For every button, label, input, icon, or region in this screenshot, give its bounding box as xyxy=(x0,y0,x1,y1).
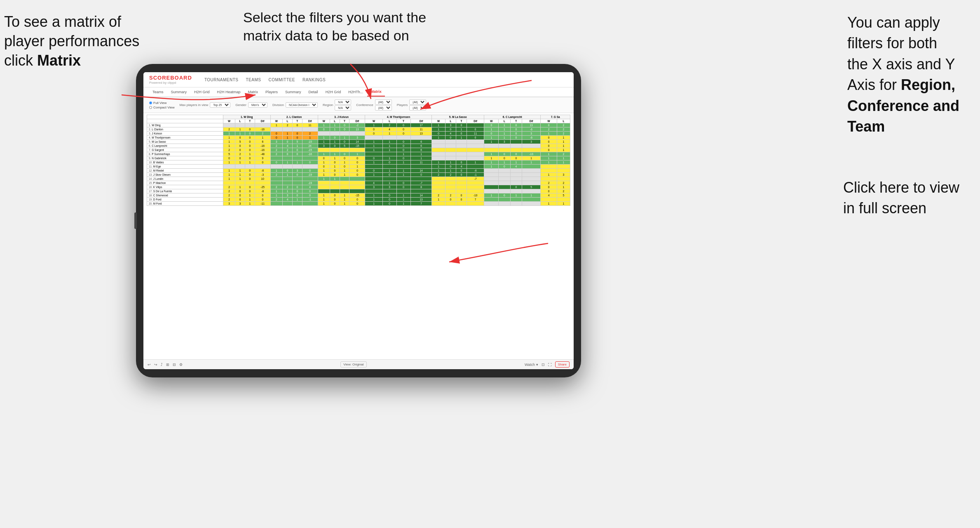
nav-tournaments[interactable]: TOURNAMENTS xyxy=(204,78,239,82)
sub-col-t4: T xyxy=(396,119,410,123)
zoom-in-button[interactable]: ⊞ xyxy=(166,363,169,367)
conference-select-1[interactable]: (All) xyxy=(375,99,392,105)
matrix-table: 1. W Ding 2. L Clanton 3. J Koivun 4. M … xyxy=(147,115,570,206)
table-row: 5. M La Sasso 1506 305-15 11014 1106 133… xyxy=(147,140,570,144)
max-players-select[interactable]: Top 25 xyxy=(210,102,230,108)
annotation-top-left: To see a matrix of player performances c… xyxy=(4,12,139,70)
col-header-4: 4. M Thorbjornsen xyxy=(365,115,432,119)
tab-h2h-heatmap[interactable]: H2H Heatmap xyxy=(214,88,244,96)
tab-players[interactable]: Players xyxy=(262,88,281,96)
filter-division: Division NCAA Division I xyxy=(272,102,318,108)
nav-items: TOURNAMENTS TEAMS COMMITTEE RANKINGS xyxy=(204,78,326,82)
conference-select-2[interactable]: (All) xyxy=(375,105,392,111)
sub-col-w6: W xyxy=(484,119,499,123)
filter-region: Region N/A N/A xyxy=(323,99,351,111)
tab-detail[interactable]: Detail xyxy=(305,88,321,96)
col-header-3: 3. J Koivun xyxy=(318,115,365,119)
nav-committee[interactable]: COMMITTEE xyxy=(268,78,295,82)
filter-row-1: Full View Compact View Max players in vi… xyxy=(149,99,568,111)
annotation-right-line4-bold: Region, xyxy=(901,76,955,93)
radio-compact-view[interactable]: Compact View xyxy=(149,106,174,109)
sub-col-t3: T xyxy=(340,119,349,123)
top-navigation: SCOREBOARD Powered by clippd TOURNAMENTS… xyxy=(143,72,574,87)
sub-col-w3: W xyxy=(318,119,330,123)
region-select-2[interactable]: N/A xyxy=(335,105,351,111)
table-row: 19. D Ford 2010 241-1 1010 10113 1007 xyxy=(147,198,570,202)
toolbar-center: View: Original xyxy=(340,361,366,368)
col-header-6: 6. C Lamprecht xyxy=(484,115,541,119)
table-row: 15. P Maichon -19 410-7 22 xyxy=(147,181,570,185)
undo-button[interactable]: ↩ xyxy=(148,363,151,367)
sub-col-w2: W xyxy=(270,119,282,123)
fullscreen-button[interactable]: ⛶ xyxy=(548,363,552,367)
redo-button[interactable]: ↪ xyxy=(154,363,157,367)
logo-title: SCOREBOARD xyxy=(149,75,192,81)
screen-button[interactable]: ⊡ xyxy=(542,363,545,367)
tablet-side-button xyxy=(134,212,137,229)
sub-col-d2: Dif xyxy=(302,119,318,123)
sub-col-d3: Dif xyxy=(349,119,365,123)
sub-navigation: Teams Summary H2H Grid H2H Heatmap Matri… xyxy=(143,87,574,97)
tab-summary[interactable]: Summary xyxy=(168,88,190,96)
scoreboard-logo: SCOREBOARD Powered by clippd xyxy=(149,75,192,85)
sub-col-d5: Dif xyxy=(467,119,484,123)
annotation-bottom-right-line1: Click here to view xyxy=(843,179,959,196)
settings-button[interactable]: ⚙ xyxy=(179,363,183,367)
nav-teams[interactable]: TEAMS xyxy=(246,78,261,82)
table-row: 18. C Sherwood 2010 1300 101-15 10114 22… xyxy=(147,193,570,198)
table-row: 20. M Ford 331-11 1010 1017 11 xyxy=(147,202,570,206)
sub-col-d6: Dif xyxy=(522,119,541,123)
sub-col-t1: T xyxy=(245,119,255,123)
zoom-out-button[interactable]: ⊟ xyxy=(173,363,176,367)
table-row: 9. N Gabrielcik 0009 0100 0101 1001 11 xyxy=(147,156,570,160)
filter-bar: Full View Compact View Max players in vi… xyxy=(143,97,574,113)
logo-subtitle: Powered by clippd xyxy=(149,81,192,85)
tab-matrix-active[interactable]: Matrix xyxy=(367,87,385,97)
tab-h2h-grid[interactable]: H2H Grid xyxy=(191,88,213,96)
division-select[interactable]: NCAA Division I xyxy=(286,102,318,108)
annotation-right-line5-bold: Conference and xyxy=(847,97,959,114)
col-header-2: 2. L Clanton xyxy=(270,115,318,119)
gender-select[interactable]: Men's xyxy=(248,102,267,108)
annotation-right-line3: the X axis and Y xyxy=(847,56,955,73)
sub-col-l6: L xyxy=(499,119,510,123)
view-type-radio: Full View Compact View xyxy=(149,101,174,109)
toolbar-right: Watch ▾ ⊡ ⛶ Share xyxy=(525,361,570,368)
sub-col-w5: W xyxy=(432,119,445,123)
players-select-2[interactable]: (All) xyxy=(409,105,426,111)
table-row: 1. W Ding 12011 110-2 12017 130 01013 02 xyxy=(147,123,570,127)
tab-h2h-grid2[interactable]: H2H Grid xyxy=(322,88,345,96)
share-button[interactable]: Share xyxy=(555,361,570,368)
table-row: 11. M Ege 0101 104 104 xyxy=(147,165,570,169)
sub-col-w7: W xyxy=(541,119,557,123)
nav-rankings[interactable]: RANKINGS xyxy=(302,78,326,82)
table-row: 16. K Vilips 210-25 2204 3308 05 01 xyxy=(147,185,570,189)
share-icon[interactable]: ⤴ xyxy=(161,363,163,367)
tab-teams[interactable]: Teams xyxy=(149,88,167,96)
tab-matrix[interactable]: Matrix xyxy=(245,88,262,96)
tab-summary2[interactable]: Summary xyxy=(282,88,305,96)
watch-button[interactable]: Watch ▾ xyxy=(525,363,538,367)
sub-col-t5: T xyxy=(456,119,467,123)
sub-col-w4: W xyxy=(365,119,382,123)
sub-col-w1: W xyxy=(223,119,235,123)
filter-conference: Conference (All) (All) xyxy=(356,99,392,111)
radio-full-view[interactable]: Full View xyxy=(149,101,174,105)
view-original-button[interactable]: View: Original xyxy=(340,361,366,368)
annotation-top-center: Select the filters you want the matrix d… xyxy=(243,8,449,45)
sub-col-l1: L xyxy=(235,119,245,123)
sub-col-l4: L xyxy=(382,119,396,123)
players-select-1[interactable]: (All) xyxy=(409,99,426,105)
sub-col-t2: T xyxy=(292,119,302,123)
filter-players: Players (All) (All) xyxy=(397,99,427,111)
tab-h2hth[interactable]: H2HTh... xyxy=(345,88,366,96)
sub-col-t6: T xyxy=(510,119,522,123)
region-select-1[interactable]: N/A xyxy=(335,99,351,105)
table-row: 14. J Lundin 11010 11 -7 xyxy=(147,177,570,181)
col-header-5: 5. M La Sasso xyxy=(432,115,484,119)
table-row: 8. P Summerhays 521-48 200-16 1101 11 10… xyxy=(147,152,570,156)
table-row: 12. M Riedel 110-6 1030 1010 01114 110-6 xyxy=(147,169,570,173)
sub-col-l2: L xyxy=(283,119,293,123)
tablet-device: SCOREBOARD Powered by clippd TOURNAMENTS… xyxy=(136,64,581,377)
table-row: 2. L Clanton 210-16 01013 04011 1010 110… xyxy=(147,127,570,132)
